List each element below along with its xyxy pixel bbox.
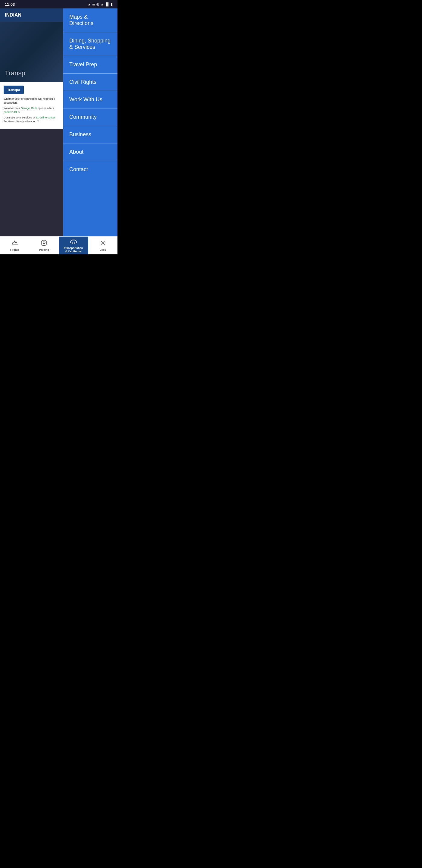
nav-parking-label: Parking	[39, 248, 49, 252]
nav-item-transportation[interactable]: Transportation& Car Rental	[59, 237, 88, 254]
menu-item-dining-shopping[interactable]: Dining, Shopping & Services	[63, 32, 118, 56]
menu-item-maps-directions-label: Maps & Directions	[69, 14, 93, 26]
bottom-nav: Flights Parking Transportation& Car Re	[0, 236, 118, 254]
menu-item-travel-prep-label: Travel Prep	[69, 61, 97, 67]
media-icon: ◎	[96, 2, 99, 6]
sd-card-icon: ☰	[92, 2, 95, 6]
menu-item-travel-prep[interactable]: Travel Prep	[63, 56, 118, 73]
plane-icon	[11, 240, 18, 248]
menu-item-contact-label: Contact	[69, 166, 88, 173]
bg-paragraph-3: Don't see som Services at 31 online cont…	[4, 116, 60, 123]
bg-paragraph-1: Whether you'r or connecting will help yo…	[4, 97, 60, 104]
menu-item-work-with-us-label: Work With Us	[69, 96, 102, 102]
background-page: INDIAN Transp Transpo Whether you'r or c…	[0, 8, 63, 236]
menu-item-dining-shopping-label: Dining, Shopping & Services	[69, 38, 110, 50]
bg-hero-text: Transp	[5, 69, 25, 77]
bg-transport-button[interactable]: Transpo	[4, 86, 24, 94]
parking-icon	[41, 240, 47, 248]
menu-item-about[interactable]: About	[63, 144, 118, 161]
svg-point-0	[41, 240, 47, 245]
battery-icon: ▮	[111, 2, 112, 6]
nav-item-less[interactable]: Less	[88, 237, 118, 254]
status-time: 11:03	[5, 2, 15, 7]
app-root: 11:03 ▲ ☰ ◎ ▲ ▐▌ ▮ INDIAN Transp Transpo…	[0, 0, 118, 254]
menu-item-civil-rights[interactable]: Civil Rights	[63, 73, 118, 91]
bg-header: INDIAN	[0, 8, 63, 22]
bg-header-title: INDIAN	[5, 12, 21, 18]
nav-less-label: Less	[100, 248, 106, 252]
wifi-icon: ▲	[101, 2, 104, 6]
car-icon	[70, 238, 77, 246]
menu-item-business[interactable]: Business	[63, 126, 118, 144]
menu-item-business-label: Business	[69, 131, 91, 137]
close-icon	[99, 240, 106, 248]
notification-icon: ▲	[88, 2, 91, 6]
menu-item-about-label: About	[69, 149, 84, 155]
menu-item-contact[interactable]: Contact	[63, 161, 118, 178]
status-bar: 11:03 ▲ ☰ ◎ ▲ ▐▌ ▮	[0, 0, 118, 8]
nav-item-flights[interactable]: Flights	[0, 237, 30, 254]
nav-flights-label: Flights	[10, 248, 19, 252]
bg-content: Transpo Whether you'r or connecting will…	[0, 82, 63, 129]
signal-icon: ▐▌	[105, 2, 110, 6]
nav-menu-overlay: Maps & Directions Dining, Shopping & Ser…	[63, 8, 118, 236]
menu-item-maps-directions[interactable]: Maps & Directions	[63, 8, 118, 32]
menu-item-work-with-us[interactable]: Work With Us	[63, 91, 118, 108]
svg-rect-1	[70, 241, 76, 243]
status-icons: ▲ ☰ ◎ ▲ ▐▌ ▮	[88, 2, 112, 6]
bg-hero-image: Transp	[0, 22, 63, 82]
menu-item-community-label: Community	[69, 114, 97, 120]
bg-paragraph-2: We offer hour Garage, Park options offer…	[4, 106, 60, 114]
menu-item-community[interactable]: Community	[63, 108, 118, 126]
menu-item-civil-rights-label: Civil Rights	[69, 79, 96, 85]
nav-transport-label: Transportation& Car Rental	[64, 247, 83, 253]
nav-item-parking[interactable]: Parking	[30, 237, 59, 254]
